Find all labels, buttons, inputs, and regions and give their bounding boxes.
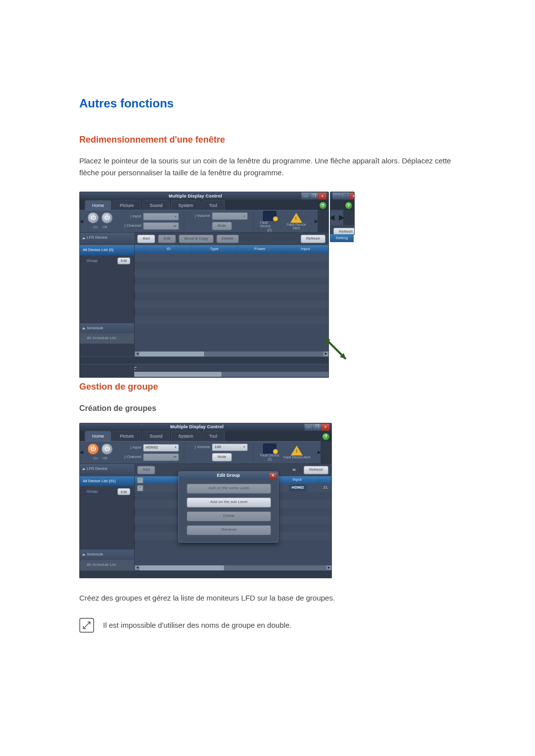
add-button-2[interactable]: Add — [137, 466, 155, 474]
figure-resize: Multiple Display Control — ❐ x ? Home Pi… — [79, 192, 456, 360]
mini-help-icon[interactable]: ? — [345, 202, 352, 209]
lfd-device-header-2[interactable]: LFD Device — [80, 464, 134, 474]
input-combo-2[interactable]: HDMI2▾ — [143, 444, 179, 452]
channel-spinner[interactable]: ▴▾ — [143, 222, 179, 230]
create-paragraph: Créez des groupes et gérez la liste de m… — [79, 592, 456, 604]
mini-max-button[interactable]: ❐ — [341, 193, 349, 200]
popup-rename-button[interactable]: Rename — [187, 525, 271, 535]
tab-picture-2[interactable]: Picture — [112, 431, 141, 441]
input-combo[interactable]: ▾ — [143, 213, 179, 220]
resize-paragraph: Placez le pointeur de la souris sur un c… — [79, 155, 456, 179]
power-off-icon[interactable]: ⏻ — [102, 212, 112, 223]
col-checkbox[interactable]: ✓ — [135, 476, 146, 484]
sidebar-all-device-list-2[interactable]: All Device List (01) — [80, 476, 134, 487]
sidebar-group-2[interactable]: Group Edit — [80, 486, 134, 497]
footer-scrollbar[interactable]: ◀ ▶ — [134, 364, 328, 378]
group-edit-button[interactable]: Edit — [117, 257, 130, 264]
tab-sound-2[interactable]: Sound — [142, 431, 170, 441]
fault-device-count-2: (2) — [268, 457, 272, 461]
tab-tool[interactable]: Tool — [202, 200, 225, 210]
add-button[interactable]: Add — [137, 235, 155, 243]
power-on-icon[interactable]: ⏻ — [88, 212, 99, 223]
tab-system-2[interactable]: System — [171, 431, 201, 441]
close-button[interactable]: x — [318, 193, 326, 200]
scroll-right-icon[interactable]: ▶ — [323, 352, 328, 356]
scroll-thumb[interactable] — [140, 352, 204, 356]
power-off-icon-2[interactable]: ⏻ — [102, 444, 112, 454]
fault-alert-icon-2[interactable]: ! — [291, 446, 303, 455]
sidebar-group[interactable]: Group Edit — [80, 255, 134, 266]
refresh-button-2[interactable]: Refresh — [304, 466, 328, 474]
minimize-button[interactable]: — — [301, 193, 310, 200]
tab-tool-2[interactable]: Tool — [202, 431, 225, 441]
chevron-down-icon — [82, 468, 85, 470]
mute-button-2[interactable]: Mute — [212, 453, 232, 461]
toolbar: ◀ ⏻ ⏻ On Off | Input ▾ — [80, 210, 318, 233]
help-icon-2[interactable]: ? — [322, 433, 329, 440]
tab-home-2[interactable]: Home — [85, 431, 111, 441]
scroll-left-icon[interactable]: ◀ — [135, 352, 140, 356]
lfd-device-header[interactable]: LFD Device — [80, 233, 134, 243]
col-type[interactable]: Type — [192, 245, 237, 253]
tab-picture[interactable]: Picture — [112, 200, 141, 210]
tab-system[interactable]: System — [171, 200, 201, 210]
delete-button[interactable]: Delete — [216, 235, 239, 243]
fault-device-icon[interactable] — [263, 211, 276, 221]
page-title: Autres fonctions — [79, 94, 456, 113]
mini-min-button[interactable]: — — [332, 193, 341, 200]
add-same-level-button[interactable]: Add on the same Level — [187, 484, 271, 494]
input-label: | Input — [120, 213, 141, 220]
volume-spinner-2[interactable]: 100▸ — [212, 444, 248, 451]
app-window: Multiple Display Control — ❐ x ? Home Pi… — [79, 192, 329, 378]
detached-panel: — ❐ x ? ◀ ▶ Refresh — [330, 192, 355, 235]
col-id[interactable]: ID — [146, 245, 192, 253]
row-checkbox[interactable]: ✓ — [137, 485, 143, 491]
sidebar-all-schedule-list-2[interactable]: All Schedule List — [80, 560, 134, 570]
tab-sound[interactable]: Sound — [142, 200, 170, 210]
col-te: te — [288, 467, 301, 473]
col-input-2[interactable]: Input — [276, 476, 320, 484]
sidebar-all-schedule-list[interactable]: All Schedule List — [80, 333, 134, 344]
channel-spinner-2[interactable]: ▴▾ — [143, 454, 179, 461]
horizontal-scrollbar[interactable]: ◀ ▶ — [135, 352, 328, 356]
edit-button[interactable]: Edit — [158, 235, 176, 243]
schedule-header-2[interactable]: Schedule — [80, 550, 134, 560]
svg-marker-1 — [340, 353, 346, 359]
volume-label: | Volume — [189, 213, 210, 219]
row-input-value: HDMI2 — [289, 484, 307, 492]
help-icon[interactable]: ? — [320, 202, 326, 209]
maximize-button[interactable]: ❐ — [310, 193, 318, 200]
power-on-icon-2[interactable]: ⏻ — [88, 444, 99, 454]
minimize-button-2[interactable]: — — [304, 424, 313, 431]
popup-delete-button[interactable]: Delete — [187, 511, 271, 521]
chevron-down-icon — [82, 237, 85, 239]
note-row: Il est impossible d'utiliser des noms de… — [79, 618, 456, 633]
move-copy-button[interactable]: Move & Copy — [179, 235, 214, 243]
window-title: Multiple Display Control — [90, 193, 301, 200]
window-title-2: Multiple Display Control — [90, 423, 304, 430]
maximize-button-2[interactable]: ❐ — [313, 424, 321, 431]
mini-col-setting[interactable]: Setting — [330, 234, 354, 242]
add-sub-level-button[interactable]: Add on the sub Level — [187, 498, 271, 507]
note-icon — [79, 618, 94, 633]
fault-device-count: (0) — [268, 228, 272, 232]
group-edit-button-2[interactable]: Edit — [117, 488, 130, 495]
dialog-close-button[interactable]: x — [269, 473, 276, 479]
fault-device-label-2: Fault Device — [260, 454, 279, 457]
horizontal-scrollbar-2[interactable]: ◀ ▶ — [135, 565, 331, 570]
refresh-button[interactable]: Refresh — [301, 235, 325, 243]
fault-alert-icon[interactable]: ! — [290, 213, 302, 223]
schedule-header[interactable]: Schedule — [80, 323, 134, 334]
fault-alert-label: Fault Device Alert — [283, 223, 310, 230]
menu-tabs: Home Picture Sound System Tool — [80, 200, 318, 210]
mute-button[interactable]: Mute — [212, 222, 232, 230]
col-power[interactable]: Power — [237, 245, 283, 253]
edit-group-dialog: Edit Group x Add on the same Level Add o… — [178, 471, 278, 543]
volume-spinner[interactable]: ▸ — [212, 212, 248, 220]
mini-close-button[interactable]: x — [349, 193, 355, 200]
col-input[interactable]: Input — [283, 245, 328, 253]
tab-home[interactable]: Home — [85, 200, 111, 210]
sidebar-all-device-list[interactable]: All Device List (0) — [80, 245, 134, 255]
fault-device-icon-2[interactable] — [263, 444, 276, 454]
close-button-2[interactable]: x — [321, 424, 329, 431]
